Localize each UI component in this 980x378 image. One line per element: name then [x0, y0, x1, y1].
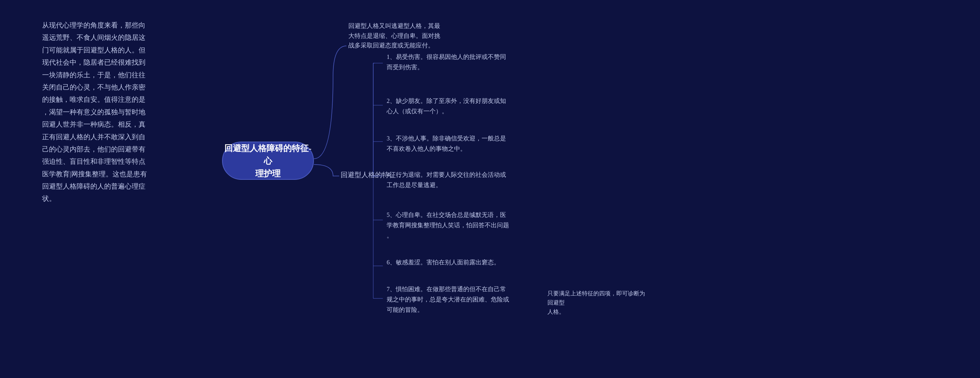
left-description: 从现代心理学的角度来看，那些向 遥远荒野、不食人间烟火的隐居这 门可能就属于回避…: [42, 19, 188, 205]
feature-item-3: 3、不涉他人事。除非确信受欢迎，一般总是 不喜欢卷入他人的事物之中。: [387, 133, 547, 154]
top-right-description: 回避型人格又叫逃避型人格，其最 大特点是退缩、心理自卑。面对挑 战多采取回避态度…: [348, 21, 479, 51]
feature-item-2: 2、缺少朋友。除了至亲外，没有好朋友或知 心人（或仅有一个）。: [387, 96, 547, 116]
feature-item-6: 6、敏感羞涩。害怕在别人面前露出窘态。: [387, 257, 547, 267]
mind-map-container: 从现代心理学的角度来看，那些向 遥远荒野、不食人间烟火的隐居这 门可能就属于回避…: [0, 0, 980, 378]
feature-item-4: 4、行为退缩。对需要人际交往的社会活动或 工作总是尽量逃避。: [387, 169, 547, 190]
central-node: 回避型人格障碍的特征-心 理护理: [222, 142, 314, 180]
feature-item-5: 5、心理自卑。在社交场合总是缄默无语，医 学教育网搜集整理怕人笑话，怕回答不出问…: [387, 210, 547, 241]
note-text: 只要满足上述特征的四项，即可诊断为回避型 人格。: [547, 289, 647, 316]
feature-item-7: 7、惧怕困难。在做那些普通的但不在自己常 规之中的事时，总是夸大潜在的困难、危险…: [387, 284, 555, 315]
feature-item-1: 1、易受伤害。很容易因他人的批评或不赞同 而受到伤害。: [387, 52, 547, 72]
